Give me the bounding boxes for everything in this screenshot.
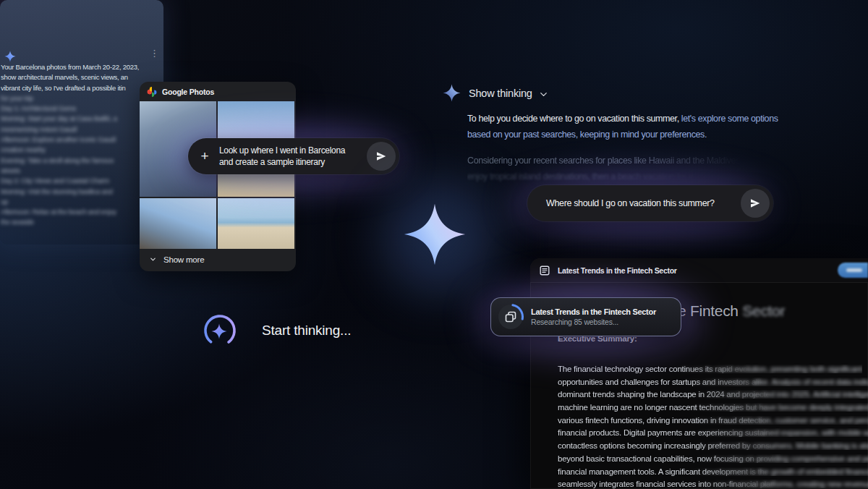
report-line: various fintech functions, driving innov… [558,416,868,429]
show-thinking-label: Show thinking [469,88,532,99]
chat-line-blurred: Afternoon: Relax at the beach and enjoy [1,207,145,217]
chat-line-blurred: Afternoon: Explore another iconic Gaudí [1,135,145,145]
plus-icon[interactable]: + [197,148,212,164]
gemini-star-icon [404,201,466,268]
send-icon [749,197,761,209]
prompt-line-1: Look up where I went in Barcelona [219,145,345,156]
line-blur: opportunities and challenges for startup… [558,378,868,386]
research-chip-text: Latest Trends in the Fintech Sector Rese… [531,307,656,326]
chevron-down-icon [538,89,549,100]
line-blur: dominant trends shaping the landscape in… [558,390,868,399]
report-header-title: Latest Trends in the Fintech Sector [558,266,677,275]
report-line: dominant trends shaping the landscape in… [558,390,868,403]
thinking-spinner-icon [203,313,237,348]
line-blur: beyond basic transactional capabilities,… [558,454,868,463]
report-line: beyond basic transactional capabilities,… [558,454,868,467]
chat-line-blurred: mesmerizing Antoni Gaudí [1,124,145,135]
chat-line-blurred: Day 1: Architectural Gems [1,103,145,114]
gemini-sparkle-icon [4,51,16,62]
photos-card-header: Google Photos [140,82,296,101]
photo-beach[interactable] [218,198,294,249]
gemini-sparkle-icon [443,84,461,102]
research-chip-subtitle: Researching 85 websites... [531,318,656,326]
chat-line-blurred: streets [1,166,145,176]
photo-sagrada-familia[interactable] [140,198,216,249]
research-chip-title: Latest Trends in the Fintech Sector [531,307,656,316]
line-blur: seamlessly integrates financial services… [558,480,868,488]
chat-line-blurred: Morning: Start your day at Casa Batlló, … [1,114,145,124]
send-icon [375,150,387,162]
chat-line-blurred: the seaside [1,217,145,227]
research-status-chip[interactable]: Latest Trends in the Fintech Sector Rese… [490,297,681,336]
thinking-paragraph-1: To help you decide where to go on vacati… [467,111,778,143]
fintech-report-card: Latest Trends in the Fintech Sector Late… [530,258,868,489]
text-white: To help you decide where to go on vacati… [467,114,681,124]
barcelona-prompt-pill[interactable]: + Look up where I went in Barcelona and … [188,138,399,174]
show-more-label: Show more [163,255,204,264]
more-vertical-icon[interactable]: ⋮ [150,48,159,59]
line-blur: The financial technology sector continue… [558,365,862,373]
chat-line-blurred: Day 2: City Views and Coastal Charm [1,176,145,186]
report-line: opportunities and challenges for startup… [558,378,868,391]
vacation-prompt-text: Where should I go on vacation this summe… [546,197,715,209]
text-blue: let's explore some options [681,114,778,124]
chat-line-blurred: for your trip [1,93,145,103]
chat-line: vibrant city life, so I've drafted a pos… [1,83,145,93]
paragraph-line-faded: enjoy tropical island destinations, then… [467,169,758,185]
line-blur: various fintech functions, driving innov… [558,416,868,425]
google-photos-icon [147,87,157,97]
show-more-button[interactable]: Show more [140,249,296,270]
send-button[interactable] [367,142,396,171]
start-thinking-label: Start thinking... [262,323,351,339]
show-thinking-toggle[interactable]: Show thinking [443,84,549,102]
chat-line: show architectural marvels, scenic views… [1,72,145,82]
paragraph-line-faded: Considering your recent searches for pla… [467,153,758,169]
photos-card-title: Google Photos [162,88,214,96]
chevron-down-icon [149,255,157,263]
line-blur: machine learning are no longer nascent t… [558,403,868,412]
chat-line-blurred: creation nearby [1,145,145,155]
send-button[interactable] [741,189,770,218]
progress-arc-icon [496,302,525,331]
line-blur: contactless options becoming increasingl… [558,441,868,450]
paragraph-line: based on your past searches, keeping in … [467,127,778,143]
report-line: The financial technology sector continue… [558,365,868,378]
chat-line-blurred: Evening: Take a stroll along the famous [1,156,145,166]
line-blur: financial management tools. A significan… [558,467,868,476]
gemini-feature-composite: ⋮ Your Barcelona photos from March 20-22… [0,0,868,489]
document-icon [539,265,550,276]
report-line: financial management tools. A significan… [558,467,868,480]
paragraph-line: To help you decide where to go on vacati… [467,111,778,127]
chat-line-blurred: Morning: Visit the stunning basilica and [1,187,145,197]
report-title-blurred: Sector [742,302,785,319]
report-body: The financial technology sector continue… [558,365,868,489]
google-photos-card: Google Photos Show more [140,82,296,271]
photo-grid [140,101,296,249]
research-icon-circle [498,305,523,329]
report-header: Latest Trends in the Fintech Sector [530,258,868,283]
report-line: financial products. Digital payments are… [558,428,868,441]
report-action-button-partial[interactable] [838,263,868,278]
report-line: contactless options becoming increasingl… [558,441,868,454]
vacation-prompt-pill[interactable]: Where should I go on vacation this summe… [527,185,773,221]
thinking-paragraph-2-faded: Considering your recent searches for pla… [467,153,758,184]
line-blur: financial products. Digital payments are… [558,428,868,437]
chat-response-text: Your Barcelona photos from March 20-22, … [1,62,145,228]
report-line: machine learning are no longer nascent t… [558,403,868,416]
chat-line: Your Barcelona photos from March 20-22, … [1,62,145,72]
barcelona-prompt-text: Look up where I went in Barcelona and cr… [219,145,345,168]
report-line: seamlessly integrates financial services… [558,480,868,489]
chat-line-blurred: up [1,197,145,207]
prompt-line-2: and create a sample itinerary [219,156,345,168]
